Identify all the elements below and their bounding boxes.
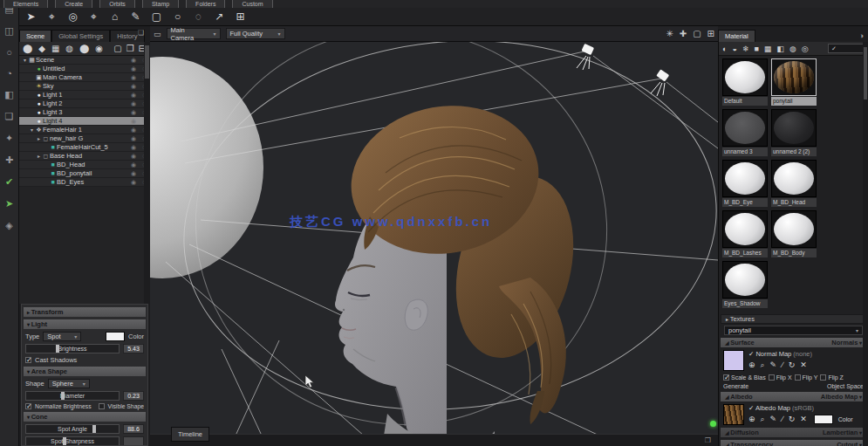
timeline-bar[interactable]: ❒ [150,434,718,446]
map-action-icon[interactable]: ⊕ [748,360,755,370]
marquee-select-icon[interactable]: ▢ [150,10,163,23]
light-section-header[interactable]: Light [24,319,146,329]
material-thumbnail[interactable] [722,160,768,197]
material-panel-icon[interactable]: ◑ [859,31,868,42]
split-view-icon[interactable]: ◧ [4,89,13,100]
unnamed 2 (2)[interactable]: unnamed 2 (2) [771,109,817,156]
material-thumbnail[interactable] [722,58,768,96]
material-scrollbar[interactable] [863,42,868,446]
select-cursor-icon[interactable]: ➤ [24,10,38,23]
albedo-color-swatch[interactable] [814,415,833,424]
visible-shape-checkbox[interactable] [99,403,105,409]
new-material-icon[interactable]: ◐ [722,45,727,53]
spot-sharpness-value[interactable] [123,436,144,446]
tree-row[interactable]: BD_ponytail ◉ ◌ [19,169,149,178]
M_BD_Body[interactable]: M_BD_Body [771,210,817,257]
camera-dropdown[interactable]: Main Camera [167,28,221,39]
tree-row[interactable]: Sky ◉ ◌ [19,82,149,91]
timeline-tab[interactable]: Timeline [171,427,209,442]
M_BD_Head[interactable]: M_BD_Head [771,160,817,207]
material-selector-dropdown[interactable]: ponytail [724,326,863,335]
visibility-toggle[interactable]: ◉ [128,65,139,72]
visibility-toggle[interactable]: ◉ [128,92,139,99]
M_BD_Eye[interactable]: M_BD_Eye [722,160,768,207]
area-shape-section-header[interactable]: Area Shape [24,367,146,376]
transparency-section-header[interactable]: Transparency Cutout [721,440,866,446]
surface-checkbox[interactable]: Flip Z [820,374,844,381]
textures-header[interactable]: Textures [721,314,866,324]
albedo-map-thumbnail[interactable] [723,404,744,425]
grid-view-icon[interactable]: ▦ [764,45,772,53]
menu-button[interactable]: Create [55,0,92,8]
Default[interactable]: Default [722,58,768,106]
menu-button[interactable]: Stamp [142,0,179,8]
layout-grid-icon[interactable]: ⊞ [707,29,714,38]
spot-light-gizmo-2[interactable] [651,69,669,96]
material-thumbnail[interactable] [771,210,817,248]
scene-scrollbar[interactable] [144,42,150,304]
add-sky-icon[interactable]: ◍ [65,44,73,53]
add-sphere-icon[interactable]: ⬤ [79,44,89,53]
map-action-icon[interactable]: ✕ [800,360,807,370]
diffusion-mode-dropdown[interactable]: Lambertian [823,428,862,437]
layout-icon[interactable]: ◫ [4,25,13,37]
play-icon[interactable]: ➤ [5,198,13,209]
panel-tab[interactable]: Global Settings [51,30,110,42]
spot-angle-value[interactable]: 88.6 [123,424,144,434]
M_BD_Lashes[interactable]: M_BD_Lashes [722,210,768,257]
normal-map-thumbnail[interactable] [723,350,744,371]
generate-label[interactable]: Generate [723,383,748,389]
map-action-icon[interactable]: ↻ [789,360,796,370]
timeline-options-icon[interactable]: ❒ [705,436,711,444]
detach-panel-icon[interactable]: ❏ [138,29,144,37]
tree-row[interactable]: Untitled ◉ ◌ [19,65,149,73]
ring-preview-icon[interactable]: ◎ [802,45,809,53]
split-preview-icon[interactable]: ◧ [776,45,784,53]
visibility-toggle[interactable]: ◉ [128,127,139,134]
menu-button[interactable]: Elements [3,0,48,8]
effects-icon[interactable]: ✦ [5,133,13,144]
albedo-mode-dropdown[interactable]: Albedo Map [821,392,862,401]
add-plane-icon[interactable]: ▦ [51,44,59,53]
material-thumbnail[interactable] [771,58,817,96]
material-tab[interactable]: Material [718,30,755,42]
add-probe-icon[interactable]: ◉ [95,44,103,53]
visibility-toggle[interactable]: ◉ [128,135,139,142]
tree-row[interactable]: Main Camera ◉ ◌ [19,73,149,82]
visibility-toggle[interactable]: ◉ [128,161,139,168]
expand-caret[interactable]: ▾ [22,57,28,63]
map-action-icon[interactable]: ⊕ [748,415,755,424]
map-action-icon[interactable]: ∕ [782,415,783,424]
tree-row[interactable]: ▸ Base Head ◉ ◌ [19,152,149,161]
apply-icon[interactable]: ✔ [5,176,13,188]
duplicate-icon[interactable]: ❐ [126,44,134,53]
map-action-icon[interactable]: ✎ [770,415,777,424]
visibility-toggle[interactable]: ◉ [128,109,139,116]
unnamed 3[interactable]: unnamed 3 [722,109,768,156]
visibility-toggle[interactable]: ◉ [128,100,139,107]
ponytail[interactable]: ponytail [771,58,817,106]
export-arrow-icon[interactable]: ↗ [213,10,226,23]
shape-dropdown[interactable]: Sphere [48,379,90,388]
spot-light-gizmo-1[interactable] [577,44,594,70]
shade-tool-icon[interactable]: ◔ [6,68,12,79]
frame-icon[interactable]: ▢ [693,29,701,38]
visibility-toggle[interactable]: ◉ [128,57,139,64]
surface-checkbox[interactable]: Flip Y [795,374,818,381]
visibility-toggle[interactable]: ◉ [128,153,139,160]
spot-sharpness-slider[interactable]: Spot Sharpness [25,436,120,446]
material-filter-input[interactable]: ✓ [828,44,865,53]
map-action-icon[interactable]: ⌕ [761,415,765,424]
transparency-mode-dropdown[interactable]: Cutout [837,440,862,446]
visibility-toggle[interactable]: ◉ [128,170,139,177]
character-head-model[interactable] [335,92,591,434]
blank-preview-icon[interactable]: ■ [754,45,758,53]
normalize-checkbox[interactable] [25,403,31,409]
viewport-3d[interactable]: 技艺CG www.qdnxxfb.cn [150,42,718,434]
surface-section-header[interactable]: Surface Normals [721,338,866,347]
lasso-select-icon[interactable]: ◌ [192,10,205,23]
load-material-icon[interactable]: ◒ [732,45,736,53]
tree-row[interactable]: Light 3 ◉ ◌ [19,108,149,117]
sphere-preview-icon[interactable]: ◍ [789,45,796,53]
expand-caret[interactable]: ▸ [36,153,42,159]
